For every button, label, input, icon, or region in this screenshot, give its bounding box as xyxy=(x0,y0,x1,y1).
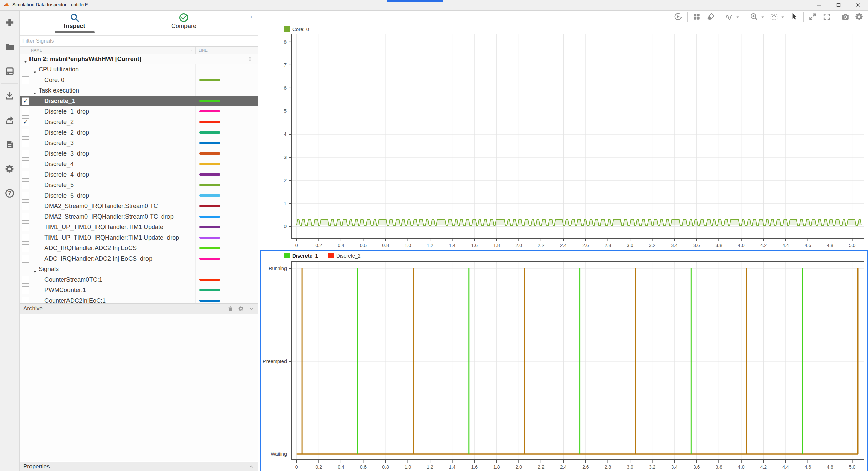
line-style-swatch[interactable] xyxy=(199,121,220,123)
line-style-swatch[interactable] xyxy=(199,247,220,249)
signal-checkbox[interactable] xyxy=(22,202,29,210)
zoom-dropdown-caret[interactable] xyxy=(761,15,765,19)
signal-checkbox[interactable] xyxy=(22,129,29,137)
signal-row[interactable]: Discrete_5_drop xyxy=(20,190,258,201)
fit-view-button[interactable] xyxy=(769,12,779,21)
open-button[interactable] xyxy=(0,35,19,59)
tab-inspect[interactable]: Inspect xyxy=(41,11,108,32)
signal-row[interactable]: PWMCounter:1 xyxy=(20,285,258,296)
tree-expand-caret-icon[interactable] xyxy=(33,270,37,274)
tree-expand-caret-icon[interactable] xyxy=(33,91,37,96)
trash-icon[interactable] xyxy=(227,306,233,312)
line-style-swatch[interactable] xyxy=(199,216,220,218)
signal-checkbox[interactable] xyxy=(22,223,29,231)
line-style-swatch[interactable] xyxy=(199,152,220,155)
signal-row[interactable]: DMA2_Stream0_IRQHandler:Stream0 TC xyxy=(20,201,258,212)
filter-signals-input[interactable] xyxy=(20,35,258,47)
line-style-swatch[interactable] xyxy=(199,110,220,112)
signal-row[interactable]: Discrete_1_drop xyxy=(20,106,258,117)
signal-checkbox[interactable] xyxy=(22,171,29,179)
signal-checkbox[interactable] xyxy=(22,244,29,252)
signal-row[interactable]: Discrete_4 xyxy=(20,159,258,170)
signal-row[interactable]: Discrete_2_drop xyxy=(20,127,258,138)
import-button[interactable] xyxy=(0,84,19,108)
tree-expand-caret-icon[interactable] xyxy=(33,70,37,75)
subplot-cpu-utilization[interactable]: 01234567800.20.40.60.81.01.21.41.61.82.0… xyxy=(258,25,868,250)
signal-row[interactable]: ADC_IRQHandler:ADC2 Inj EoCS xyxy=(20,243,258,254)
line-style-swatch[interactable] xyxy=(199,289,220,291)
line-style-swatch[interactable] xyxy=(199,142,220,144)
eraser-button[interactable] xyxy=(706,12,715,21)
signal-row[interactable]: ADC_IRQHandler:ADC2 Inj EoCS_drop xyxy=(20,253,258,264)
signal-checkbox[interactable] xyxy=(22,276,29,284)
replay-button[interactable] xyxy=(673,12,683,21)
sort-caret-icon[interactable] xyxy=(189,48,193,52)
line-style-swatch[interactable] xyxy=(199,173,220,176)
archive-header[interactable]: Archive xyxy=(20,303,258,314)
signal-row[interactable]: ✓Discrete_2 xyxy=(20,117,258,128)
help-button[interactable]: ? xyxy=(0,181,19,205)
signal-checkbox[interactable] xyxy=(22,139,29,147)
signal-checkbox[interactable] xyxy=(22,234,29,242)
signal-checkbox[interactable] xyxy=(22,255,29,263)
signal-row[interactable]: TIM1_UP_TIM10_IRQHandler:TIM1 Update xyxy=(20,222,258,233)
signal-checkbox[interactable] xyxy=(22,192,29,200)
signal-row[interactable]: CounterStream0TC:1 xyxy=(20,274,258,285)
task-execution-chart[interactable]: RunningPreemptedWaiting00.20.40.60.81.01… xyxy=(258,250,868,471)
properties-header[interactable]: Properties xyxy=(20,462,258,471)
line-style-swatch[interactable] xyxy=(199,163,220,165)
create-report-button[interactable] xyxy=(0,132,19,157)
signal-checkbox[interactable] xyxy=(22,150,29,158)
run-row[interactable]: Run 2: mstmPeriphsWithHWI [Current] xyxy=(20,54,258,65)
line-style-swatch[interactable] xyxy=(199,184,220,186)
zoom-button[interactable] xyxy=(749,12,759,21)
group-row[interactable]: CPU utilization xyxy=(20,64,258,75)
signal-checkbox[interactable] xyxy=(22,213,29,221)
maximize-button[interactable] xyxy=(829,0,848,10)
line-style-swatch[interactable] xyxy=(199,79,220,81)
group-row[interactable]: Task execution xyxy=(20,85,258,96)
signal-checkbox[interactable]: ✓ xyxy=(22,118,29,126)
signal-row[interactable]: Core: 0 xyxy=(20,75,258,86)
signal-row[interactable]: Discrete_5 xyxy=(20,180,258,191)
fit-view-dropdown-caret[interactable] xyxy=(781,15,785,19)
signal-row[interactable]: Discrete_4_drop xyxy=(20,169,258,180)
signal-row[interactable]: TIM1_UP_TIM10_IRQHandler:TIM1 Update_dro… xyxy=(20,232,258,243)
signal-checkbox[interactable] xyxy=(22,108,29,116)
collapse-panel-button[interactable]: ‹ xyxy=(248,13,255,20)
line-style-swatch[interactable] xyxy=(199,131,220,134)
signal-wave-dropdown-caret[interactable] xyxy=(736,15,740,19)
export-button[interactable] xyxy=(0,108,19,132)
chevron-up-icon[interactable] xyxy=(248,464,254,470)
line-style-swatch[interactable] xyxy=(199,237,220,239)
signal-row[interactable]: Discrete_3_drop xyxy=(20,148,258,159)
tab-compare[interactable]: Compare xyxy=(150,11,218,32)
line-style-swatch[interactable] xyxy=(199,205,220,207)
signal-checkbox[interactable]: ✓ xyxy=(22,97,29,105)
column-name[interactable]: NAME xyxy=(31,48,42,52)
minimize-button[interactable] xyxy=(809,0,829,10)
group-row[interactable]: Signals xyxy=(20,264,258,275)
run-menu-kebab-icon[interactable] xyxy=(247,56,253,62)
preferences-button[interactable] xyxy=(0,157,19,181)
signal-row[interactable]: Discrete_3 xyxy=(20,138,258,149)
chevron-down-icon[interactable] xyxy=(248,306,254,312)
signal-checkbox[interactable] xyxy=(22,181,29,189)
signal-checkbox[interactable] xyxy=(22,76,29,84)
signal-row[interactable]: ✓Discrete_1 xyxy=(20,96,258,107)
fullscreen-button[interactable] xyxy=(822,12,831,21)
line-style-swatch[interactable] xyxy=(199,226,220,228)
line-style-swatch[interactable] xyxy=(199,194,220,197)
signal-row[interactable]: DMA2_Stream0_IRQHandler:Stream0 TC_drop xyxy=(20,211,258,222)
line-style-swatch[interactable] xyxy=(199,300,220,302)
signal-wave-button[interactable] xyxy=(725,12,734,21)
save-button[interactable] xyxy=(0,59,19,83)
archive-settings-gear-icon[interactable] xyxy=(238,306,244,312)
line-style-swatch[interactable] xyxy=(199,258,220,260)
expand-button[interactable] xyxy=(808,12,817,21)
subplot-task-execution[interactable]: RunningPreemptedWaiting00.20.40.60.81.01… xyxy=(258,250,868,471)
camera-button[interactable] xyxy=(841,12,850,21)
layout-grid-button[interactable] xyxy=(692,12,702,21)
line-style-swatch[interactable] xyxy=(199,279,220,281)
close-button[interactable] xyxy=(848,0,868,10)
